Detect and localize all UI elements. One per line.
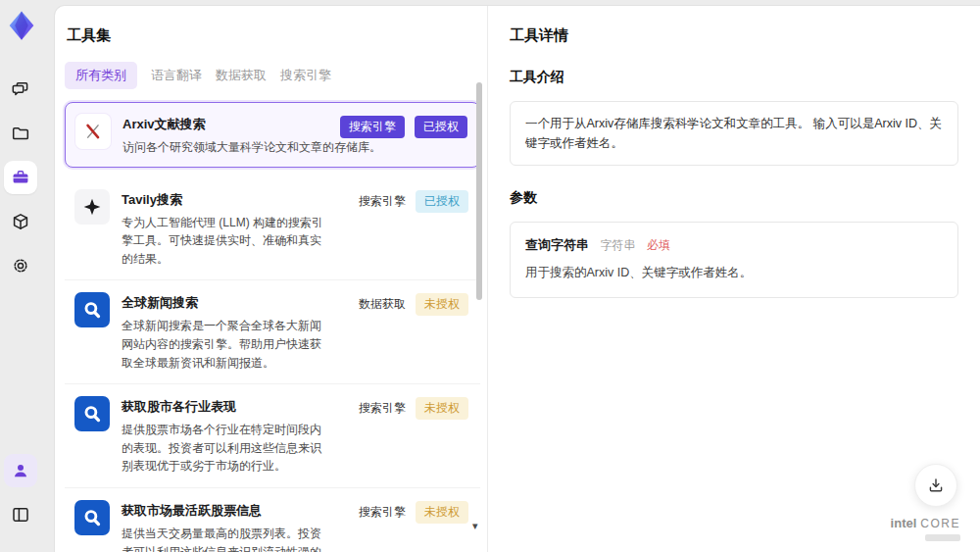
left-rail: [0, 0, 55, 552]
ultra-mark: [925, 534, 960, 541]
category-badge: 搜索引擎: [340, 116, 405, 138]
active-stocks-icon: [74, 500, 110, 535]
tab-0[interactable]: 所有类别: [65, 62, 137, 89]
intro-heading: 工具介绍: [510, 69, 958, 86]
tool-list: Arxiv文献搜索访问各个研究领域大量科学论文和文章的存储库。搜索引擎已授权Ta…: [65, 102, 480, 552]
category-tabs: 所有类别语言翻译数据获取搜索引擎: [65, 62, 480, 89]
tool-card-0[interactable]: Arxiv文献搜索访问各个研究领域大量科学论文和文章的存储库。搜索引擎已授权: [65, 102, 480, 168]
tool-tags: 搜索引擎已授权: [340, 116, 467, 138]
category-badge: 搜索引擎: [359, 397, 406, 420]
category-badge: 数据获取: [359, 293, 406, 316]
tool-desc: 全球新闻搜索是一个聚合全球各大新闻网站内容的搜索引擎。帮助用户快速获取全球最新资…: [122, 317, 329, 372]
tool-card-1[interactable]: Tavily搜索专为人工智能代理 (LLM) 构建的搜索引擎工具。可快速提供实时…: [65, 177, 480, 281]
param-desc: 用于搜索的Arxiv ID、关键字或作者姓名。: [525, 264, 943, 282]
detail-title: 工具详情: [510, 26, 958, 45]
auth-badge: 未授权: [416, 501, 468, 524]
tool-desc: 提供股票市场各个行业在特定时间段内的表现。投资者可以利用这些信息来识别表现优于或…: [122, 421, 329, 476]
tab-2[interactable]: 数据获取: [216, 62, 267, 89]
download-button[interactable]: [914, 464, 957, 507]
arxiv-icon: [75, 114, 111, 149]
intro-box: 一个用于从Arxiv存储库搜索科学论文和文章的工具。 输入可以是Arxiv ID…: [510, 101, 958, 166]
tool-desc: 提供当天交易量最高的股票列表。投资者可以利用这些信息来识别流动性强的股票和潜在的…: [122, 525, 329, 552]
auth-badge: 未授权: [416, 397, 468, 420]
sector-performance-icon: [74, 396, 110, 431]
auth-badge: 已授权: [415, 116, 467, 138]
intel-wordmark: intel: [891, 516, 917, 530]
category-badge: 搜索引擎: [359, 190, 406, 213]
main-panel: 工具集 所有类别语言翻译数据获取搜索引擎 Arxiv文献搜索访问各个研究领域大量…: [55, 6, 980, 552]
tab-3[interactable]: 搜索引擎: [280, 62, 331, 89]
rail-panel-toggle-icon[interactable]: [4, 498, 37, 531]
app-logo: [4, 8, 39, 43]
tool-detail-pane: 工具详情 工具介绍 一个用于从Arxiv存储库搜索科学论文和文章的工具。 输入可…: [487, 6, 980, 552]
auth-badge: 已授权: [416, 190, 468, 213]
param-name: 查询字符串: [525, 237, 589, 252]
rail-nav: [4, 73, 37, 293]
params-heading: 参数: [510, 189, 958, 207]
tool-desc: 访问各个研究领域大量科学论文和文章的存储库。: [122, 138, 416, 157]
rail-bottom: [4, 454, 37, 542]
param-required-badge: 必填: [647, 238, 670, 252]
tavily-icon: [74, 189, 110, 225]
param-box: 查询字符串 字符串 必填 用于搜索的Arxiv ID、关键字或作者姓名。: [510, 222, 958, 298]
tab-1[interactable]: 语言翻译: [151, 62, 202, 89]
rail-settings-icon[interactable]: [4, 249, 37, 282]
page-title: 工具集: [67, 26, 480, 45]
global-news-icon: [74, 292, 110, 327]
tool-desc: 专为人工智能代理 (LLM) 构建的搜索引擎工具。可快速提供实时、准确和真实的结…: [122, 214, 329, 269]
tool-tags: 搜索引擎已授权: [359, 190, 468, 213]
param-head: 查询字符串 字符串 必填: [525, 235, 943, 254]
param-type: 字符串: [600, 238, 635, 252]
tool-tags: 搜索引擎未授权: [359, 397, 468, 420]
rail-folder-icon[interactable]: [4, 117, 37, 150]
rail-user-icon[interactable]: [4, 454, 37, 487]
list-scrollbar[interactable]: [476, 82, 482, 300]
tool-card-2[interactable]: 全球新闻搜索全球新闻搜索是一个聚合全球各大新闻网站内容的搜索引擎。帮助用户快速获…: [65, 280, 480, 384]
core-wordmark: CORE: [920, 517, 960, 530]
rail-chat-icon[interactable]: [4, 73, 37, 106]
rail-package-icon[interactable]: [4, 205, 37, 238]
auth-badge: 未授权: [416, 293, 468, 316]
scroll-down-arrow-icon[interactable]: ▾: [472, 521, 478, 531]
tool-tags: 搜索引擎未授权: [359, 501, 468, 524]
tool-tags: 数据获取未授权: [359, 293, 468, 316]
tool-card-4[interactable]: 获取市场最活跃股票信息提供当天交易量最高的股票列表。投资者可以利用这些信息来识别…: [65, 488, 480, 552]
rail-toolbox-icon[interactable]: [4, 161, 37, 194]
tool-list-pane: 工具集 所有类别语言翻译数据获取搜索引擎 Arxiv文献搜索访问各个研究领域大量…: [65, 6, 480, 552]
category-badge: 搜索引擎: [359, 501, 406, 524]
intel-core-logo: intelCORE: [891, 515, 960, 541]
tool-card-3[interactable]: 获取股市各行业表现提供股票市场各个行业在特定时间段内的表现。投资者可以利用这些信…: [65, 384, 480, 488]
